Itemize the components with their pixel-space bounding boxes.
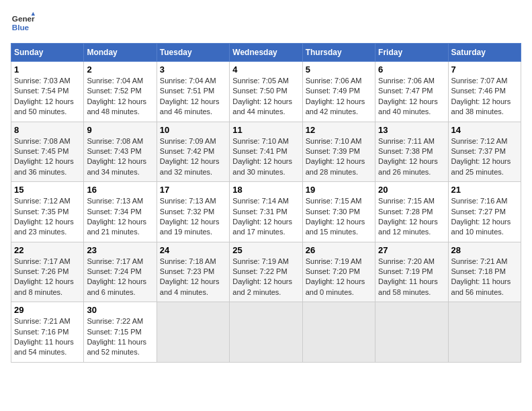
header-row: Sunday Monday Tuesday Wednesday Thursday… <box>11 44 521 62</box>
calendar-cell: 5Sunrise: 7:06 AM Sunset: 7:49 PM Daylig… <box>302 62 375 122</box>
calendar-cell: 28Sunrise: 7:21 AM Sunset: 7:18 PM Dayli… <box>448 242 521 302</box>
calendar-cell: 6Sunrise: 7:06 AM Sunset: 7:47 PM Daylig… <box>375 62 448 122</box>
calendar-cell <box>230 302 302 363</box>
calendar-week-1: 1Sunrise: 7:03 AM Sunset: 7:54 PM Daylig… <box>11 62 521 122</box>
day-info: Sunrise: 7:20 AM Sunset: 7:19 PM Dayligh… <box>378 257 445 298</box>
day-number: 29 <box>14 305 81 315</box>
calendar-cell: 8Sunrise: 7:08 AM Sunset: 7:45 PM Daylig… <box>11 122 84 182</box>
day-info: Sunrise: 7:03 AM Sunset: 7:54 PM Dayligh… <box>14 76 81 118</box>
calendar-cell: 17Sunrise: 7:13 AM Sunset: 7:32 PM Dayli… <box>157 182 229 242</box>
day-number: 21 <box>451 185 518 195</box>
day-number: 28 <box>451 245 518 255</box>
day-info: Sunrise: 7:17 AM Sunset: 7:24 PM Dayligh… <box>87 257 153 298</box>
calendar-cell: 11Sunrise: 7:10 AM Sunset: 7:41 PM Dayli… <box>230 122 302 182</box>
day-number: 22 <box>14 245 81 255</box>
day-info: Sunrise: 7:15 AM Sunset: 7:28 PM Dayligh… <box>378 196 445 238</box>
day-info: Sunrise: 7:13 AM Sunset: 7:34 PM Dayligh… <box>87 196 153 238</box>
day-info: Sunrise: 7:18 AM Sunset: 7:23 PM Dayligh… <box>160 257 226 298</box>
col-friday: Friday <box>375 44 448 62</box>
calendar-week-5: 29Sunrise: 7:21 AM Sunset: 7:16 PM Dayli… <box>11 302 521 363</box>
day-info: Sunrise: 7:09 AM Sunset: 7:42 PM Dayligh… <box>160 136 226 178</box>
day-number: 18 <box>232 185 299 195</box>
calendar-cell: 14Sunrise: 7:12 AM Sunset: 7:37 PM Dayli… <box>448 122 521 182</box>
day-info: Sunrise: 7:11 AM Sunset: 7:38 PM Dayligh… <box>378 136 445 178</box>
day-number: 19 <box>306 185 372 195</box>
day-info: Sunrise: 7:21 AM Sunset: 7:18 PM Dayligh… <box>451 257 518 298</box>
day-info: Sunrise: 7:10 AM Sunset: 7:39 PM Dayligh… <box>306 136 372 178</box>
day-number: 11 <box>232 125 299 135</box>
general-blue-logo-icon: General Blue <box>11 11 35 35</box>
calendar-cell: 23Sunrise: 7:17 AM Sunset: 7:24 PM Dayli… <box>84 242 157 302</box>
day-number: 5 <box>306 64 372 75</box>
calendar-cell: 2Sunrise: 7:04 AM Sunset: 7:52 PM Daylig… <box>84 62 157 122</box>
day-info: Sunrise: 7:07 AM Sunset: 7:46 PM Dayligh… <box>451 76 518 118</box>
calendar-cell: 9Sunrise: 7:08 AM Sunset: 7:43 PM Daylig… <box>84 122 157 182</box>
day-number: 17 <box>160 185 226 195</box>
day-number: 1 <box>14 64 81 75</box>
calendar-cell: 21Sunrise: 7:16 AM Sunset: 7:27 PM Dayli… <box>448 182 521 242</box>
col-wednesday: Wednesday <box>230 44 302 62</box>
day-number: 25 <box>232 245 299 255</box>
col-monday: Monday <box>84 44 157 62</box>
day-info: Sunrise: 7:16 AM Sunset: 7:27 PM Dayligh… <box>451 196 518 238</box>
calendar-cell: 12Sunrise: 7:10 AM Sunset: 7:39 PM Dayli… <box>302 122 375 182</box>
calendar-cell: 13Sunrise: 7:11 AM Sunset: 7:38 PM Dayli… <box>375 122 448 182</box>
day-number: 2 <box>87 64 153 75</box>
calendar-cell: 1Sunrise: 7:03 AM Sunset: 7:54 PM Daylig… <box>11 62 84 122</box>
calendar-cell: 19Sunrise: 7:15 AM Sunset: 7:30 PM Dayli… <box>302 182 375 242</box>
day-number: 7 <box>451 64 518 75</box>
calendar-cell: 20Sunrise: 7:15 AM Sunset: 7:28 PM Dayli… <box>375 182 448 242</box>
svg-text:Blue: Blue <box>12 23 30 32</box>
col-tuesday: Tuesday <box>157 44 229 62</box>
calendar-cell: 3Sunrise: 7:04 AM Sunset: 7:51 PM Daylig… <box>157 62 229 122</box>
day-number: 15 <box>14 185 81 195</box>
calendar-cell <box>448 302 521 363</box>
calendar-cell: 29Sunrise: 7:21 AM Sunset: 7:16 PM Dayli… <box>11 302 84 363</box>
day-number: 24 <box>160 245 226 255</box>
day-number: 10 <box>160 125 226 135</box>
calendar-cell: 15Sunrise: 7:12 AM Sunset: 7:35 PM Dayli… <box>11 182 84 242</box>
calendar-cell: 7Sunrise: 7:07 AM Sunset: 7:46 PM Daylig… <box>448 62 521 122</box>
calendar-cell <box>375 302 448 363</box>
col-saturday: Saturday <box>448 44 521 62</box>
col-thursday: Thursday <box>302 44 375 62</box>
col-sunday: Sunday <box>11 44 84 62</box>
calendar-cell: 26Sunrise: 7:19 AM Sunset: 7:20 PM Dayli… <box>302 242 375 302</box>
day-number: 4 <box>232 64 299 75</box>
calendar-cell: 24Sunrise: 7:18 AM Sunset: 7:23 PM Dayli… <box>157 242 229 302</box>
calendar-week-3: 15Sunrise: 7:12 AM Sunset: 7:35 PM Dayli… <box>11 182 521 242</box>
calendar-cell: 4Sunrise: 7:05 AM Sunset: 7:50 PM Daylig… <box>230 62 302 122</box>
day-info: Sunrise: 7:08 AM Sunset: 7:43 PM Dayligh… <box>87 136 153 178</box>
day-info: Sunrise: 7:13 AM Sunset: 7:32 PM Dayligh… <box>160 196 226 238</box>
day-info: Sunrise: 7:15 AM Sunset: 7:30 PM Dayligh… <box>306 196 372 238</box>
day-number: 16 <box>87 185 153 195</box>
day-info: Sunrise: 7:06 AM Sunset: 7:49 PM Dayligh… <box>306 76 372 118</box>
day-info: Sunrise: 7:19 AM Sunset: 7:22 PM Dayligh… <box>232 257 299 298</box>
day-number: 23 <box>87 245 153 255</box>
day-number: 20 <box>378 185 445 195</box>
day-info: Sunrise: 7:05 AM Sunset: 7:50 PM Dayligh… <box>232 76 299 118</box>
day-info: Sunrise: 7:14 AM Sunset: 7:31 PM Dayligh… <box>232 196 299 238</box>
calendar-table: Sunday Monday Tuesday Wednesday Thursday… <box>11 43 521 363</box>
day-info: Sunrise: 7:06 AM Sunset: 7:47 PM Dayligh… <box>378 76 445 118</box>
calendar-cell: 16Sunrise: 7:13 AM Sunset: 7:34 PM Dayli… <box>84 182 157 242</box>
day-info: Sunrise: 7:17 AM Sunset: 7:26 PM Dayligh… <box>14 257 81 298</box>
day-number: 30 <box>87 305 153 315</box>
day-number: 14 <box>451 125 518 135</box>
calendar-cell <box>302 302 375 363</box>
day-info: Sunrise: 7:21 AM Sunset: 7:16 PM Dayligh… <box>14 316 81 358</box>
calendar-cell: 22Sunrise: 7:17 AM Sunset: 7:26 PM Dayli… <box>11 242 84 302</box>
day-number: 8 <box>14 125 81 135</box>
day-number: 26 <box>306 245 372 255</box>
day-info: Sunrise: 7:08 AM Sunset: 7:45 PM Dayligh… <box>14 136 81 178</box>
day-number: 12 <box>306 125 372 135</box>
day-number: 3 <box>160 64 226 75</box>
calendar-cell: 10Sunrise: 7:09 AM Sunset: 7:42 PM Dayli… <box>157 122 229 182</box>
calendar-week-4: 22Sunrise: 7:17 AM Sunset: 7:26 PM Dayli… <box>11 242 521 302</box>
calendar-cell: 27Sunrise: 7:20 AM Sunset: 7:19 PM Dayli… <box>375 242 448 302</box>
page-header: General Blue <box>11 11 521 35</box>
day-info: Sunrise: 7:12 AM Sunset: 7:35 PM Dayligh… <box>14 196 81 238</box>
day-info: Sunrise: 7:19 AM Sunset: 7:20 PM Dayligh… <box>306 257 372 298</box>
day-info: Sunrise: 7:04 AM Sunset: 7:51 PM Dayligh… <box>160 76 226 118</box>
day-number: 6 <box>378 64 445 75</box>
